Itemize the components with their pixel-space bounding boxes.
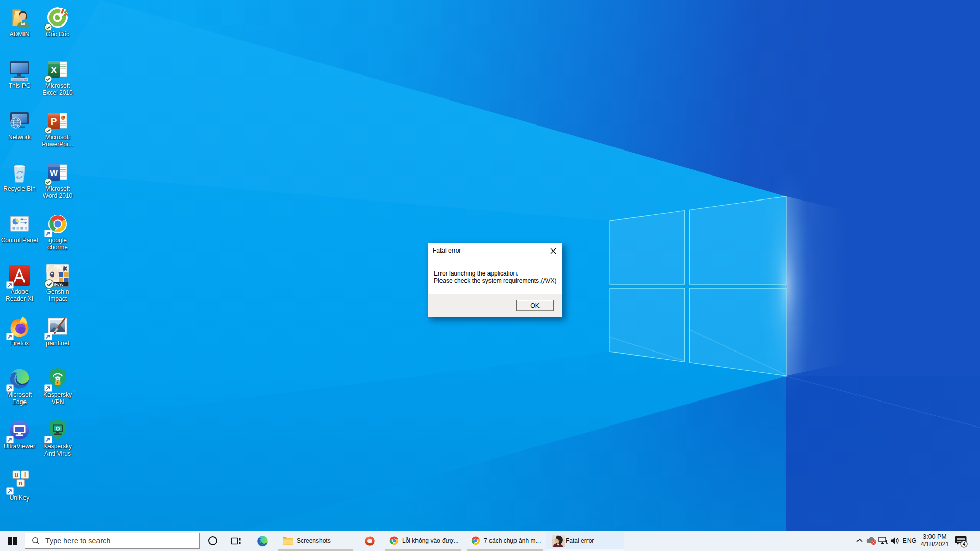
- svg-text:W: W: [50, 168, 58, 178]
- svg-text:P: P: [51, 116, 57, 127]
- svg-text:X: X: [51, 65, 57, 76]
- svg-text:n: n: [19, 480, 22, 487]
- svg-text:4: 4: [963, 541, 966, 547]
- svg-text:i: i: [24, 471, 26, 479]
- svg-text:u: u: [15, 471, 18, 479]
